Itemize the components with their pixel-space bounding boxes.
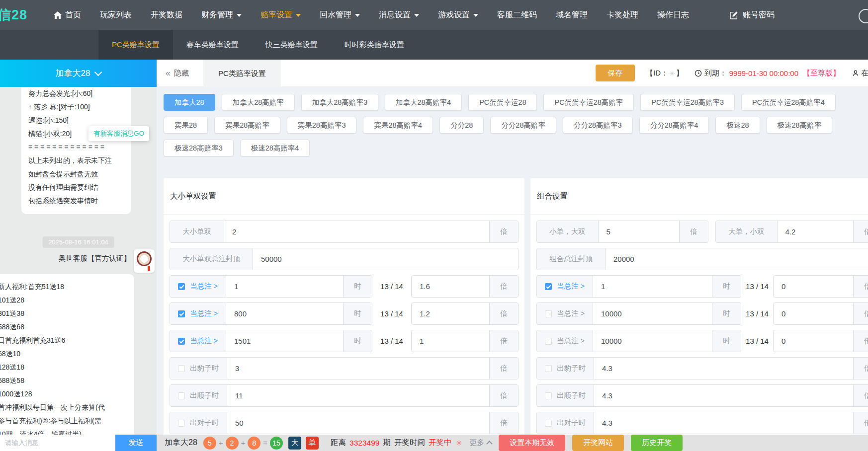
game-tab[interactable]: 宾果28高赔率4: [363, 117, 433, 134]
special-toggle[interactable]: 出对子时: [537, 412, 594, 434]
nav-item-stuck-draw[interactable]: 卡奖处理: [597, 0, 648, 30]
checkbox-checked[interactable]: [178, 310, 185, 317]
nav-item-finance[interactable]: 财务管理: [192, 0, 251, 30]
checkbox-checked[interactable]: [178, 283, 185, 290]
subtab-pc-odds[interactable]: PC类赔率设置: [98, 30, 173, 60]
threshold-toggle[interactable]: 当总注 >: [537, 330, 593, 352]
checkbox-unchecked[interactable]: [545, 420, 552, 427]
game-tab[interactable]: 极速28: [715, 117, 760, 134]
special-toggle[interactable]: 出对子时: [170, 412, 227, 434]
nav-item-domain[interactable]: 域名管理: [546, 0, 597, 30]
multiplier-input[interactable]: 0: [774, 303, 853, 324]
subtab-racing-odds[interactable]: 赛车类赔率设置: [173, 30, 252, 60]
odds-input[interactable]: 5: [599, 221, 680, 242]
threshold-toggle[interactable]: 当总注 >: [537, 303, 593, 324]
hide-sidebar-button[interactable]: 隐藏: [166, 69, 189, 78]
nav-item-rebate[interactable]: 回水管理: [310, 0, 369, 30]
invalidate-issue-button[interactable]: 设置本期无效: [499, 435, 565, 451]
game-tab[interactable]: 加拿大28高赔率3: [301, 94, 378, 111]
nav-item-draw-data[interactable]: 开奖数据: [141, 0, 192, 30]
game-tab[interactable]: 宾果28高赔率3: [287, 117, 357, 134]
game-tab[interactable]: PC蛋蛋幸运28: [468, 94, 537, 111]
subtab-ssc-odds[interactable]: 时时彩类赔率设置: [331, 30, 418, 60]
checkbox-unchecked[interactable]: [178, 392, 185, 399]
draw-website-button[interactable]: 开奖网站: [572, 435, 624, 451]
special-toggle[interactable]: 出顺子时: [537, 385, 594, 406]
multiplier-input[interactable]: 0: [774, 330, 853, 352]
game-tab[interactable]: 分分28高赔率3: [563, 117, 633, 134]
multiplier-input[interactable]: 1.6: [412, 276, 489, 297]
new-service-message-chip[interactable]: 有新客服消息GO: [88, 126, 149, 141]
special-input[interactable]: 50: [227, 412, 489, 434]
multiplier-input[interactable]: 1: [412, 330, 489, 352]
nav-item-home[interactable]: 首页: [44, 0, 90, 30]
special-input[interactable]: 4.3: [594, 412, 853, 434]
account-password-button[interactable]: 账号密码: [730, 0, 775, 30]
game-tab[interactable]: 分分28高赔率: [490, 117, 556, 134]
clock-icon-partial[interactable]: [859, 9, 868, 23]
threshold-input[interactable]: 800: [226, 303, 343, 324]
special-toggle[interactable]: 出豹子时: [537, 358, 594, 379]
nav-item-message-settings[interactable]: 消息设置: [369, 0, 429, 30]
field-label: 大单，小双: [716, 221, 778, 242]
subtab-kuaisan-odds[interactable]: 快三类赔率设置: [252, 30, 331, 60]
special-input[interactable]: 4.3: [594, 358, 853, 379]
threshold-input[interactable]: 10000: [593, 303, 712, 324]
checkbox-unchecked[interactable]: [178, 365, 185, 372]
game-tab[interactable]: 宾果28: [164, 117, 208, 134]
save-button[interactable]: 保存: [596, 65, 635, 81]
game-tab[interactable]: PC蛋蛋幸运28高赔率: [543, 94, 634, 111]
threshold-input[interactable]: 10000: [593, 330, 712, 352]
game-tab[interactable]: 加拿大28高赔率: [222, 94, 295, 111]
history-draw-button[interactable]: 历史开奖: [631, 435, 683, 451]
multiplier-input[interactable]: 0: [774, 276, 853, 297]
nav-item-players[interactable]: 玩家列表: [90, 0, 141, 30]
checkbox-unchecked[interactable]: [545, 392, 552, 399]
special-input[interactable]: 3: [227, 358, 489, 379]
game-tab[interactable]: 极速28高赔率4: [240, 140, 310, 156]
game-tab[interactable]: 宾果28高赔率: [214, 117, 280, 134]
game-tab[interactable]: PC蛋蛋幸运28高赔率4: [741, 94, 836, 111]
game-tab[interactable]: 极速28高赔率: [767, 117, 833, 134]
game-tab[interactable]: 加拿大28高赔率4: [385, 94, 462, 111]
threshold-toggle[interactable]: 当总注 >: [170, 330, 226, 352]
game-tab[interactable]: 分分28高赔率4: [639, 117, 709, 134]
special-toggle[interactable]: 出豹子时: [170, 358, 227, 379]
game-tab[interactable]: 分分28: [439, 117, 484, 134]
threshold-toggle[interactable]: 当总注 >: [170, 276, 226, 297]
page-tab-pc-odds[interactable]: PC类赔率设置: [203, 60, 281, 87]
checkbox-checked[interactable]: [545, 283, 552, 290]
threshold-input[interactable]: 1501: [226, 330, 343, 352]
checkbox-unchecked[interactable]: [178, 420, 185, 427]
more-toggle[interactable]: 更多: [469, 438, 492, 448]
nav-item-odds-settings[interactable]: 赔率设置: [251, 0, 310, 30]
cap-input[interactable]: 20000: [606, 248, 868, 270]
send-button[interactable]: 发送: [115, 435, 157, 451]
special-toggle[interactable]: 出顺子时: [170, 385, 227, 406]
room-selector[interactable]: 加拿大28: [0, 60, 157, 87]
game-tab[interactable]: PC蛋蛋幸运28高赔率3: [640, 94, 735, 111]
threshold-toggle[interactable]: 当总注 >: [170, 303, 226, 324]
checkbox-checked[interactable]: [178, 338, 185, 345]
checkbox-unchecked[interactable]: [545, 365, 552, 372]
threshold-input[interactable]: 1: [593, 276, 712, 297]
chat-message-list[interactable]: 努力总会发光:[小:60] ↑ 落彡 幕:[对子:100] 遐迩:[小:150]…: [0, 87, 157, 435]
chat-message-input[interactable]: [0, 435, 115, 451]
threshold-row: 当总注 > 1 时 13 / 14 0 倍: [536, 275, 868, 298]
odds-input[interactable]: 2: [224, 221, 489, 242]
multiplier-input[interactable]: 1.2: [412, 303, 489, 324]
special-input[interactable]: 4.3: [594, 385, 853, 406]
game-tab[interactable]: 极速28高赔率3: [164, 140, 234, 156]
clock-icon: [694, 70, 702, 77]
checkbox-unchecked[interactable]: [545, 310, 552, 317]
special-input[interactable]: 11: [227, 385, 489, 406]
checkbox-unchecked[interactable]: [545, 338, 552, 345]
threshold-toggle[interactable]: 当总注 >: [537, 276, 593, 297]
odds-input[interactable]: 4.2: [778, 221, 854, 242]
nav-item-operation-log[interactable]: 操作日志: [648, 0, 698, 30]
game-tab-canada28[interactable]: 加拿大28: [164, 94, 215, 111]
nav-item-game-settings[interactable]: 游戏设置: [429, 0, 488, 30]
cap-input[interactable]: 50000: [253, 248, 518, 270]
nav-item-service-qrcode[interactable]: 客服二维码: [488, 0, 546, 30]
threshold-input[interactable]: 1: [226, 276, 343, 297]
